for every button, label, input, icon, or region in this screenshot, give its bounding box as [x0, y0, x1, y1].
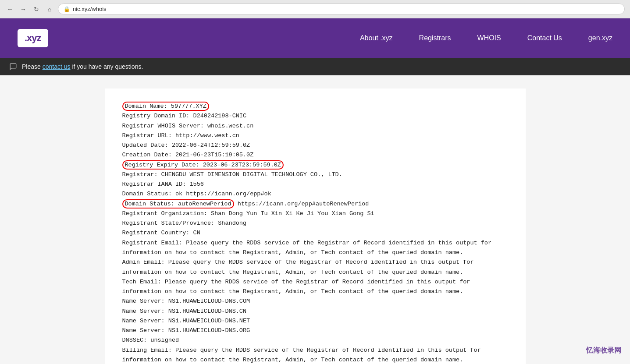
whois-line: Name Server: NS1.HUAWEICLOUD-DNS.ORG — [122, 326, 508, 336]
whois-line: Registrar URL: http://www.west.cn — [122, 131, 508, 141]
whois-line: Registrant State/Province: Shandong — [122, 219, 508, 228]
whois-line: Billing Email: Please query the RDDS ser… — [122, 346, 508, 364]
chat-icon — [9, 62, 18, 71]
whois-line: Updated Date: 2022-06-24T12:59:59.0Z — [122, 141, 508, 150]
whois-line: Registry Domain ID: D240242198-CNIC — [122, 111, 508, 121]
whois-line: Name Server: NS1.HUAWEICLOUD-DNS.COM — [122, 297, 508, 306]
reload-button[interactable]: ↻ — [32, 4, 41, 14]
watermark: 忆海收录网 — [586, 346, 621, 355]
whois-line: DNSSEC: unsigned — [122, 336, 508, 345]
home-button[interactable]: ⌂ — [45, 4, 54, 14]
whois-line: Registrar: CHENGDU WEST DIMENSION DIGITA… — [122, 170, 508, 180]
forward-button[interactable]: → — [18, 4, 28, 14]
notice-after: if you have any questions. — [71, 63, 143, 70]
whois-line: Name Server: NS1.HUAWEICLOUD-DNS.CN — [122, 307, 508, 316]
nav-contact[interactable]: Contact Us — [527, 34, 562, 42]
browser-chrome: ← → ↻ ⌂ 🔒 nic.xyz/whois — [0, 0, 630, 18]
whois-line: Name Server: NS1.HUAWEICLOUD-DNS.NET — [122, 316, 508, 326]
whois-line: Registrar IANA ID: 1556 — [122, 180, 508, 189]
whois-line: Registrar WHOIS Server: whois.west.cn — [122, 121, 508, 131]
whois-line: Admin Email: Please query the RDDS servi… — [122, 258, 508, 277]
nav-about[interactable]: About .xyz — [360, 34, 393, 42]
whois-line: Domain Status: autoRenewPeriod https://i… — [122, 199, 508, 209]
whois-line: Registry Expiry Date: 2023-06-23T23:59:5… — [122, 160, 508, 170]
nav-gen[interactable]: gen.xyz — [588, 34, 612, 42]
site-header: .xyz About .xyz Registrars WHOIS Contact… — [0, 18, 630, 58]
whois-output: Domain Name: 597777.XYZRegistry Domain I… — [122, 102, 508, 364]
notice-bar: Please contact us if you have any questi… — [0, 58, 630, 75]
address-bar[interactable]: 🔒 nic.xyz/whois — [58, 4, 625, 14]
whois-line: Registrant Organization: Shan Dong Yun T… — [122, 209, 508, 219]
whois-line: Domain Status: ok https://icann.org/epp#… — [122, 189, 508, 199]
nav-registrars[interactable]: Registrars — [419, 34, 451, 42]
main-nav: About .xyz Registrars WHOIS Contact Us g… — [360, 34, 612, 42]
back-button[interactable]: ← — [5, 4, 15, 14]
main-content: Domain Name: 597777.XYZRegistry Domain I… — [105, 88, 526, 364]
whois-line: Registrant Country: CN — [122, 228, 508, 238]
lock-icon: 🔒 — [64, 6, 70, 12]
notice-before: Please — [22, 63, 43, 70]
notice-link[interactable]: contact us — [43, 63, 71, 70]
whois-line: Tech Email: Please query the RDDS servic… — [122, 277, 508, 297]
whois-line: Registrant Email: Please query the RDDS … — [122, 238, 508, 258]
nav-whois[interactable]: WHOIS — [477, 34, 501, 42]
whois-line: Creation Date: 2021-06-23T15:19:05.0Z — [122, 150, 508, 160]
notice-text: Please contact us if you have any questi… — [22, 63, 143, 70]
site-logo[interactable]: .xyz — [18, 29, 48, 47]
whois-line: Domain Name: 597777.XYZ — [122, 102, 508, 111]
logo-area: .xyz — [18, 29, 48, 47]
url-text: nic.xyz/whois — [73, 6, 107, 12]
